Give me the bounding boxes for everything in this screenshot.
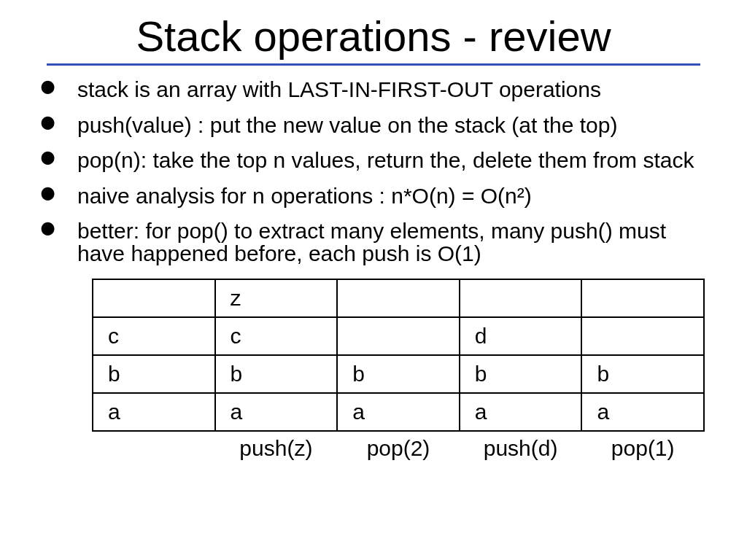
- stack-cell: a: [337, 393, 460, 431]
- title-underline: [47, 63, 700, 66]
- stack-cell: [581, 279, 704, 317]
- stack-cell: [337, 279, 460, 317]
- stack-cell: b: [93, 355, 215, 393]
- bullet-item: naive analysis for n operations : n*O(n)…: [36, 185, 711, 208]
- stack-cell: b: [337, 355, 460, 393]
- stack-cell: a: [215, 393, 338, 431]
- operation-label: pop(2): [337, 431, 460, 465]
- bullet-item: pop(n): take the top n values, return th…: [36, 149, 711, 172]
- stack-cell: a: [93, 393, 215, 431]
- stack-cell: b: [581, 355, 704, 393]
- stack-cell: b: [215, 355, 338, 393]
- bullet-item: stack is an array with LAST-IN-FIRST-OUT…: [36, 79, 711, 101]
- stack-cell: z: [215, 279, 338, 317]
- slide-title: Stack operations - review: [29, 12, 718, 61]
- operation-label: push(d): [460, 431, 582, 465]
- stack-cell: c: [215, 317, 338, 355]
- operation-label: pop(1): [581, 431, 704, 465]
- stack-cell: b: [460, 355, 582, 393]
- operation-label: [93, 431, 215, 465]
- operation-label: push(z): [215, 431, 338, 465]
- stack-cell: [581, 317, 704, 355]
- stack-cell: a: [460, 393, 582, 431]
- stack-cell: [337, 317, 460, 355]
- stack-cell: a: [581, 393, 704, 431]
- stack-cell: c: [93, 317, 215, 355]
- bullet-item: better: for pop() to extract many elemen…: [36, 220, 711, 265]
- bullet-list: stack is an array with LAST-IN-FIRST-OUT…: [29, 79, 718, 265]
- slide: Stack operations - review stack is an ar…: [0, 0, 747, 560]
- bullet-item: push(value) : put the new value on the s…: [36, 114, 711, 137]
- stack-cell: [93, 279, 215, 317]
- stack-cell: d: [460, 317, 582, 355]
- stack-cell: [460, 279, 582, 317]
- stack-table: z c c d b b b b b a a a: [92, 279, 705, 465]
